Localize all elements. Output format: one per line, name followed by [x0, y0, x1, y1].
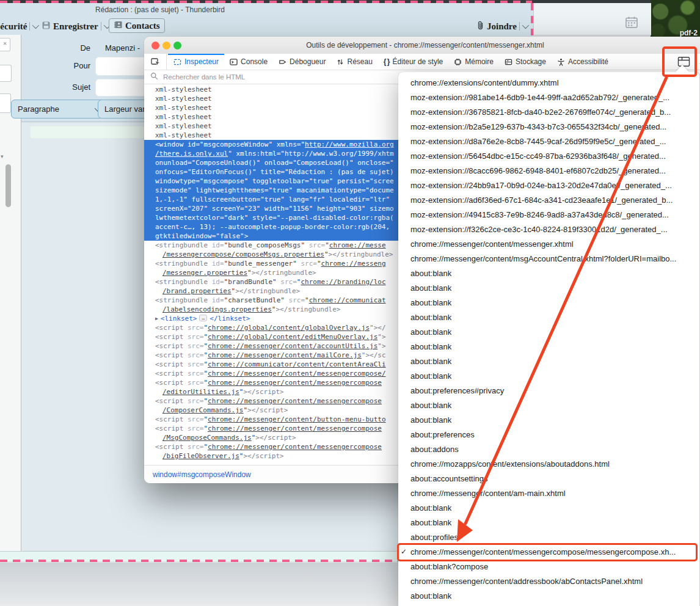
- iframe-list-item[interactable]: about:addons: [398, 442, 699, 456]
- contacts-button[interactable]: Contacts: [109, 18, 165, 33]
- iframe-list-item[interactable]: about:blank: [398, 339, 699, 354]
- tab-label: Accessibilité: [568, 57, 608, 66]
- tab-memory[interactable]: Mémoire: [448, 54, 499, 70]
- storage-icon: [505, 58, 512, 66]
- iframe-list-item[interactable]: about:preferences#privacy: [398, 383, 699, 398]
- iframe-url-label: chrome://messenger/content/messenger.xht…: [410, 239, 574, 249]
- iframe-url-label: about:blank: [410, 591, 451, 601]
- iframe-list-item[interactable]: moz-extension://ad6f36ed-67c1-684c-a341-…: [398, 192, 699, 207]
- paperclip-icon: [476, 20, 484, 33]
- calendar-button[interactable]: [622, 15, 641, 31]
- iframe-list-item[interactable]: moz-extension://981abe14-6db9-1e44-99ff-…: [398, 90, 699, 104]
- mini-glyph: ▾: [1, 153, 4, 159]
- iframe-list-item[interactable]: about:blank: [398, 412, 699, 427]
- iframe-list-popup: chrome://extensions/content/dummy.xhtmlm…: [398, 72, 700, 606]
- iframe-url-label: moz-extension://56454dbc-e15c-cc49-87ba-…: [410, 152, 666, 161]
- iframe-list-item[interactable]: about:blank: [398, 295, 699, 310]
- subject-label: Sujet: [37, 82, 90, 92]
- iframe-url-label: about:blank: [410, 518, 451, 527]
- chevron-down-icon[interactable]: [32, 22, 39, 29]
- search-icon: [150, 71, 158, 82]
- paragraph-format-select[interactable]: Paragraphe: [11, 100, 106, 119]
- iframe-list-item[interactable]: chrome://messenger/content/addressbook/a…: [398, 574, 699, 588]
- tab-label: Inspecteur: [184, 57, 219, 66]
- style-editor-icon: { }: [384, 57, 390, 66]
- mini-field: [0, 93, 11, 113]
- iframe-list-item[interactable]: about:blank: [398, 354, 699, 368]
- separator: [29, 22, 30, 31]
- iframe-list-item[interactable]: chrome://messenger/content/messenger.xht…: [398, 236, 699, 251]
- mini-field: [0, 65, 12, 82]
- tab-inspector[interactable]: Inspecteur: [168, 54, 224, 70]
- iframe-list-item[interactable]: about:blank: [398, 310, 699, 324]
- screenshot-stage: pdf-2 Rédaction : (pas de sujet) - Thund…: [0, 0, 700, 606]
- iframe-url-label: about:blank: [410, 313, 451, 322]
- save-button[interactable]: Enregistrer: [42, 20, 109, 33]
- iframe-url-label: chrome://messenger/content/msgAccountCen…: [410, 254, 676, 263]
- iframe-list-item[interactable]: moz-extension://56454dbc-e15c-cc49-87ba-…: [398, 148, 699, 163]
- tab-label: Mémoire: [465, 57, 494, 66]
- tab-accessibility[interactable]: Accessibilité: [552, 54, 614, 70]
- iframe-list-item[interactable]: moz-extension://f326c2ce-ce3c-1c40-8224-…: [398, 222, 699, 236]
- tab-network[interactable]: Réseau: [331, 54, 377, 70]
- iframe-list-item[interactable]: about:accountsettings: [398, 471, 699, 486]
- element-picker-button[interactable]: [148, 54, 167, 70]
- iframe-list-item[interactable]: moz-extension://8cacc696-9862-6948-8401-…: [398, 163, 699, 178]
- iframe-url-label: about:profiles: [410, 533, 458, 542]
- devtools-titlebar[interactable]: Outils de développement - chrome://messe…: [144, 37, 700, 54]
- iframe-list-item[interactable]: chrome://extensions/content/dummy.xhtml: [398, 75, 699, 90]
- iframe-list-item[interactable]: about:blank: [398, 266, 699, 280]
- desktop-file-label[interactable]: pdf-2: [665, 29, 698, 37]
- pink-dash-bottom: [0, 560, 402, 562]
- iframe-url-label: about:blank: [410, 357, 451, 366]
- iframe-url-label: about:preferences: [410, 430, 475, 439]
- pink-dash-right: [531, 3, 533, 35]
- inspector-icon: [173, 58, 181, 66]
- iframe-list-item[interactable]: about:preferences: [398, 427, 699, 442]
- network-icon: [337, 58, 344, 66]
- attach-button[interactable]: Joindre: [476, 20, 527, 33]
- iframe-list-item[interactable]: about:blank: [398, 588, 699, 603]
- iframe-list-item[interactable]: chrome://messenger/content/am-main.xhtml: [398, 486, 699, 500]
- iframe-list-item[interactable]: moz-extension://b2a5e129-637b-4343-b7c3-…: [398, 119, 699, 134]
- tab-debugger[interactable]: Débogueur: [273, 54, 331, 70]
- annotation-box-selected-item: [397, 543, 698, 561]
- separator: [519, 22, 520, 31]
- iframe-list-item[interactable]: moz-extension://49415c83-7e9b-8246-9ad8-…: [398, 207, 699, 222]
- iframe-url-label: about:blank: [410, 327, 451, 337]
- iframe-url-label: chrome://extensions/content/dummy.xhtml: [410, 78, 559, 87]
- iframe-list-item[interactable]: about:blank: [398, 500, 699, 515]
- iframe-list-item[interactable]: about:blank: [398, 324, 699, 339]
- security-button[interactable]: Sécurité: [0, 20, 37, 33]
- iframe-list-item[interactable]: about:blank: [398, 515, 699, 530]
- iframe-url-label: about:blank: [410, 269, 451, 278]
- compose-toolbar: Sécurité Enregistrer Contacts Joindre: [0, 18, 533, 35]
- iframe-url-label: about:blank: [410, 503, 451, 513]
- iframe-url-label: moz-extension://49415c83-7e9b-8246-9ad8-…: [410, 210, 669, 219]
- iframe-list-item[interactable]: about:blank: [398, 280, 699, 295]
- iframe-list-item[interactable]: about:blank: [398, 398, 699, 412]
- iframe-list-item[interactable]: chrome://messenger/content/msgAccountCen…: [398, 251, 699, 266]
- iframe-list-item[interactable]: moz-extension://24bb9a17-0b9d-024e-ba13-…: [398, 178, 699, 192]
- iframe-url-label: moz-extension://981abe14-6db9-1e44-99ff-…: [410, 93, 669, 102]
- iframe-list-item[interactable]: chrome://mozapps/content/extensions/abou…: [398, 456, 699, 471]
- from-value[interactable]: Mapenzi -: [105, 43, 140, 53]
- search-input[interactable]: [162, 73, 348, 81]
- iframe-url-label: about:blank: [410, 371, 451, 381]
- address-book-icon: [114, 20, 123, 31]
- chevron-down-icon[interactable]: [522, 22, 529, 29]
- tab-label: Éditeur de style: [393, 57, 443, 66]
- to-label: Pour: [37, 61, 90, 70]
- tab-style-editor[interactable]: { }Éditeur de style: [378, 54, 448, 70]
- mini-field: ✕: [0, 38, 10, 51]
- scrollbar-thumb[interactable]: [5, 164, 11, 207]
- tab-storage[interactable]: Stockage: [499, 54, 552, 70]
- tab-label: Débogueur: [290, 57, 326, 66]
- calendar-icon: [625, 16, 638, 31]
- iframe-list-item[interactable]: about:profiles: [398, 530, 699, 544]
- iframe-list-item[interactable]: about:blank: [398, 368, 699, 383]
- iframe-list-item[interactable]: moz-extension://d8a76e2e-8cb8-7445-9caf-…: [398, 134, 699, 148]
- tab-console[interactable]: Console: [224, 54, 273, 70]
- iframe-url-label: chrome://messenger/content/addressbook/a…: [410, 577, 643, 586]
- iframe-list-item[interactable]: moz-extension://36785821-8fcb-da40-b2e2-…: [398, 104, 699, 119]
